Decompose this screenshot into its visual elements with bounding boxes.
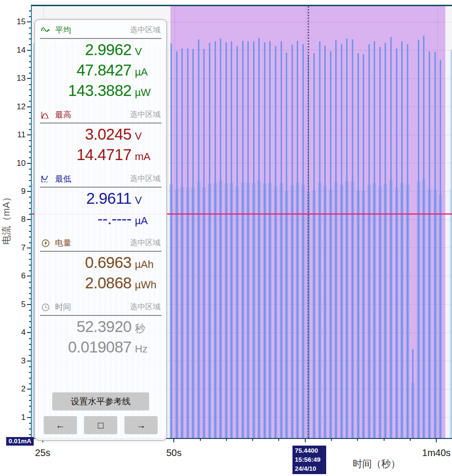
time-frequency-unit: Hz: [132, 343, 162, 355]
cursor-time-value: 75.4400: [295, 446, 326, 455]
data-spike: [385, 43, 386, 438]
y-minor-tick: [29, 129, 31, 130]
stat-scope-energy: 选中区域: [130, 238, 160, 248]
y-minor-tick: [29, 84, 31, 85]
current-range-badge: 0.01mA: [6, 437, 34, 446]
y-major-tick: [27, 50, 31, 51]
stat-section-time: 时间 选中区域 52.3920秒 0.019087Hz: [39, 302, 162, 359]
y-major-tick: [27, 21, 31, 22]
next-button[interactable]: →: [124, 416, 158, 434]
prev-button[interactable]: ←: [44, 416, 77, 434]
y-minor-tick: [29, 174, 31, 175]
energy-charge-value: 0.6963: [39, 254, 132, 272]
y-major-tick: [27, 332, 31, 333]
avg-voltage-value: 2.9962: [39, 41, 132, 59]
y-minor-tick: [29, 338, 31, 339]
data-spike: [412, 349, 414, 438]
x-minor-tick: [252, 439, 253, 441]
data-spike: [281, 41, 282, 438]
y-minor-tick: [29, 327, 31, 328]
data-spike: [215, 41, 216, 438]
x-major-tick: [173, 439, 174, 442]
y-minor-tick: [29, 423, 31, 424]
y-minor-tick: [29, 180, 31, 181]
y-minor-tick: [29, 152, 31, 152]
y-minor-tick: [29, 38, 31, 39]
data-spike: [258, 38, 260, 438]
avg-voltage-unit: V: [132, 46, 162, 58]
stat-scope-maximum: 选中区域: [130, 110, 160, 120]
y-minor-tick: [29, 28, 31, 29]
data-spike: [313, 53, 315, 438]
min-voltage-value: 2.9611: [39, 190, 132, 208]
energy-work-value: 2.0868: [39, 274, 132, 292]
energy-charge-unit: µAh: [132, 258, 162, 271]
y-major-tick: [27, 389, 31, 390]
cursor-time-badge[interactable]: 75.4400 15:56:49 24/4/10: [292, 446, 326, 474]
y-minor-tick: [29, 197, 31, 198]
y-minor-tick: [29, 169, 31, 170]
marker-box-button[interactable]: □: [84, 416, 117, 434]
y-minor-tick: [29, 237, 31, 238]
min-current-unit: µA: [132, 215, 162, 227]
time-frequency-value: 0.019087: [39, 338, 132, 356]
y-minor-tick: [29, 44, 31, 45]
data-spike: [401, 41, 403, 438]
x-minor-tick: [357, 439, 358, 441]
max-current-value: 14.4717: [39, 146, 132, 164]
data-spike: [302, 44, 304, 438]
y-minor-tick: [29, 16, 31, 17]
energy-work-unit: µWh: [132, 279, 162, 291]
data-spike: [363, 54, 364, 438]
data-spike: [390, 37, 392, 438]
y-minor-tick: [29, 253, 31, 254]
y-tick-label: 4: [9, 328, 26, 337]
data-spike: [374, 41, 375, 438]
data-spike: [253, 41, 254, 438]
y-major-tick: [27, 361, 31, 362]
set-horizontal-reference-line-button[interactable]: 设置水平参考线: [52, 392, 149, 410]
y-minor-tick: [29, 112, 31, 113]
y-major-tick: [27, 78, 31, 79]
data-spike: [368, 44, 370, 438]
cursor-vertical-line[interactable]: [308, 6, 309, 438]
y-minor-tick: [29, 61, 31, 62]
x-tick-label: 25s: [35, 447, 50, 458]
x-tick-label: 50s: [166, 447, 181, 458]
energy-bolt-icon: [41, 239, 51, 248]
y-tick-label: 10: [9, 159, 26, 168]
y-axis-title: 电流（mA）: [0, 185, 11, 252]
y-tick-label: 6: [9, 271, 26, 281]
y-minor-tick: [29, 208, 31, 209]
data-spike: [418, 40, 419, 438]
y-tick-label: 13: [9, 74, 26, 83]
stat-label-time: 时间: [55, 302, 71, 313]
y-minor-tick: [29, 10, 31, 11]
y-minor-tick: [29, 315, 31, 316]
y-minor-tick: [29, 344, 31, 345]
panel-buttons: 设置水平参考线 ← □ →: [39, 392, 162, 434]
y-minor-tick: [29, 118, 31, 119]
time-clock-icon: [41, 303, 51, 312]
y-minor-tick: [29, 349, 31, 350]
y-minor-tick: [29, 265, 31, 266]
data-spike: [220, 38, 221, 438]
time-duration-value: 52.3920: [39, 318, 132, 336]
data-spike: [335, 40, 337, 438]
y-minor-tick: [29, 67, 31, 68]
y-minor-tick: [29, 395, 31, 396]
data-spike: [379, 47, 381, 438]
data-spike: [423, 36, 424, 438]
y-minor-tick: [29, 298, 31, 299]
y-minor-tick: [29, 310, 31, 311]
data-spike: [247, 41, 249, 438]
y-tick-label: 5: [9, 300, 26, 309]
y-minor-tick: [29, 366, 31, 367]
data-spike: [396, 48, 397, 438]
y-minor-tick: [29, 146, 31, 147]
data-spike: [440, 60, 441, 438]
y-minor-tick: [29, 214, 31, 215]
y-minor-tick: [29, 157, 31, 158]
average-wave-icon: [41, 26, 51, 35]
power-monitor-app: 12345678910111213141525s50s1m40s 时间（秒） 电…: [0, 0, 452, 476]
